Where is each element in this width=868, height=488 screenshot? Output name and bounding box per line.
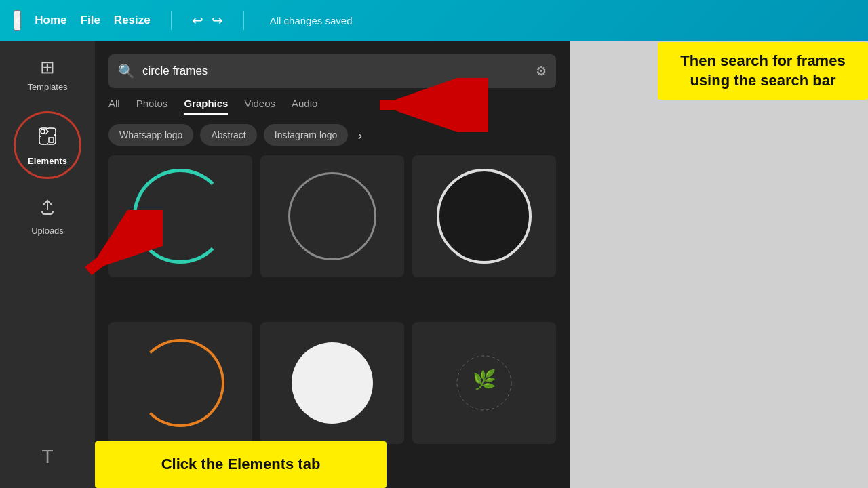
tag-abstract[interactable]: Abstract [200, 124, 256, 146]
tag-whatsapp[interactable]: Whatsapp logo [108, 124, 193, 146]
undo-button[interactable]: ↩ [192, 12, 203, 28]
resize-button[interactable]: Resize [114, 14, 151, 27]
search-annotation-text: Then search for frames using the search … [680, 52, 845, 89]
grid-item-2[interactable] [260, 155, 404, 277]
circle-white-dark-graphic [437, 169, 532, 264]
grid-item-3[interactable] [412, 155, 556, 277]
topbar: ‹ Home File Resize ↩ ↪ All changes saved [0, 0, 868, 41]
home-button[interactable]: Home [35, 14, 66, 27]
undo-redo-group: ↩ ↪ [192, 12, 223, 28]
sidebar-item-text[interactable]: T [0, 446, 95, 468]
topbar-divider2 [243, 11, 244, 30]
tag-chips-row: Whatsapp logo Abstract Instagram logo › [95, 124, 570, 146]
elements-annotation-text: Click the Elements tab [161, 455, 321, 472]
save-status: All changes saved [270, 15, 353, 26]
file-button[interactable]: File [81, 14, 100, 27]
circle-gray-graphic [288, 172, 376, 260]
text-icon: T [41, 446, 53, 468]
grid-item-5[interactable] [260, 322, 404, 444]
redo-button[interactable]: ↪ [212, 12, 223, 28]
tab-all[interactable]: All [108, 98, 120, 115]
tag-instagram[interactable]: Instagram logo [264, 124, 349, 146]
grid-item-6[interactable]: 🌿 [412, 322, 556, 444]
svg-point-0 [41, 129, 45, 134]
search-annotation: Then search for frames using the search … [658, 42, 868, 100]
arrow-to-search [359, 78, 495, 132]
elements-panel: 🔍 ⚙ All Photos Graphics Videos Audio Wha… [95, 41, 570, 488]
sidebar-item-elements[interactable]: Elements [0, 106, 95, 184]
search-icon: 🔍 [118, 63, 135, 79]
search-tabs: All Photos Graphics Videos Audio [95, 98, 570, 115]
templates-label: Templates [27, 82, 67, 92]
circle-leaves-graphic: 🌿 [440, 339, 528, 427]
grid-item-4[interactable] [108, 322, 252, 444]
uploads-icon [38, 198, 57, 222]
canvas-area [570, 41, 868, 488]
elements-label: Elements [28, 156, 67, 166]
back-button[interactable]: ‹ [14, 10, 21, 30]
circle-white-blob-graphic [292, 342, 373, 424]
svg-rect-1 [49, 138, 54, 142]
sidebar-item-templates[interactable]: ⊞ Templates [0, 47, 95, 102]
templates-icon: ⊞ [40, 57, 55, 78]
elements-icon [35, 124, 60, 153]
tab-videos[interactable]: Videos [244, 98, 275, 115]
tab-graphics[interactable]: Graphics [184, 98, 228, 115]
topbar-nav: ‹ Home File Resize [14, 10, 151, 30]
uploads-label: Uploads [31, 226, 64, 236]
elements-circle[interactable]: Elements [14, 111, 81, 179]
svg-text:🌿: 🌿 [473, 369, 496, 391]
tab-audio[interactable]: Audio [292, 98, 317, 115]
graphics-grid: 🌿 [95, 155, 570, 481]
filter-icon[interactable]: ⚙ [536, 64, 547, 79]
elements-annotation: Click the Elements tab [95, 441, 387, 488]
circle-orange-graphic [136, 339, 224, 427]
arrow-to-elements [68, 210, 163, 291]
tab-photos[interactable]: Photos [136, 98, 168, 115]
topbar-divider [171, 11, 172, 30]
